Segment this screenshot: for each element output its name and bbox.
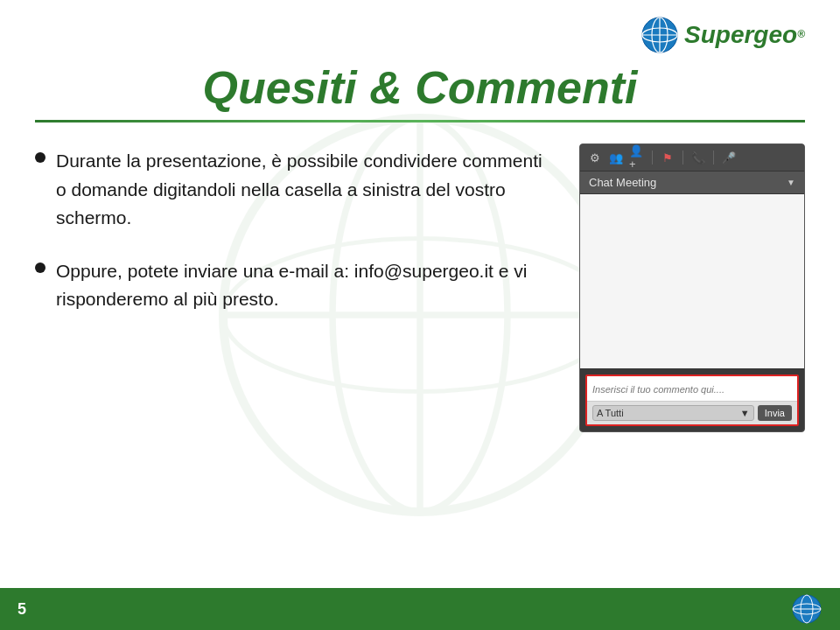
- footer-logo: [791, 593, 822, 625]
- footer-globe-icon: [791, 593, 822, 625]
- recipient-label: A Tutti: [597, 408, 624, 418]
- logo-area: Supergeo®: [640, 16, 805, 54]
- people-icon[interactable]: 👥: [608, 150, 624, 165]
- send-button[interactable]: Invia: [758, 405, 792, 421]
- logo-globe-icon: [640, 16, 679, 54]
- logo-name: Supergeo: [684, 21, 797, 48]
- gear-icon[interactable]: ⚙: [587, 150, 603, 165]
- bullet-item-1: Durante la presentazione, è possibile co…: [35, 147, 553, 233]
- chat-messages-area: [580, 194, 804, 369]
- recipient-dropdown-icon: ▼: [740, 408, 750, 418]
- chat-input-highlight: A Tutti ▼ Invia: [585, 374, 799, 426]
- toolbar-divider-2: [682, 150, 683, 164]
- chat-toolbar: ⚙ 👥 👤+ ⚑ 📞 🎤: [580, 144, 804, 172]
- mic-icon[interactable]: 🎤: [721, 150, 737, 165]
- chat-header: Chat Meeting ▼: [580, 172, 804, 194]
- page-title: Quesiti & Commenti: [35, 63, 805, 113]
- bullet-item-2: Oppure, potete inviare una e-mail a: inf…: [35, 257, 553, 314]
- chat-send-row: A Tutti ▼ Invia: [587, 402, 797, 424]
- chat-panel: ⚙ 👥 👤+ ⚑ 📞 🎤 Chat Meeting ▼: [579, 144, 805, 432]
- toolbar-divider: [652, 150, 653, 164]
- comment-input[interactable]: [592, 384, 792, 395]
- chat-widget: ⚙ 👥 👤+ ⚑ 📞 🎤 Chat Meeting ▼: [579, 144, 805, 432]
- flag-icon[interactable]: ⚑: [660, 150, 676, 165]
- page-number: 5: [18, 600, 26, 619]
- footer: 5: [0, 588, 840, 630]
- chat-dropdown-arrow-icon[interactable]: ▼: [787, 178, 795, 187]
- title-section: Quesiti & Commenti: [0, 54, 840, 113]
- bullet-dot-2: [35, 262, 46, 273]
- bullet-text-1: Durante la presentazione, è possibile co…: [56, 147, 553, 233]
- text-area: Durante la presentazione, è possibile co…: [35, 144, 553, 432]
- chat-title: Chat Meeting: [589, 176, 656, 189]
- toolbar-divider-3: [713, 150, 714, 164]
- bullet-dot-1: [35, 152, 46, 163]
- phone-icon[interactable]: 📞: [690, 150, 706, 165]
- header: Supergeo®: [0, 0, 840, 54]
- person-add-icon[interactable]: 👤+: [629, 150, 645, 165]
- main-content: Durante la presentazione, è possibile co…: [0, 122, 840, 441]
- logo-reg: ®: [797, 28, 805, 40]
- chat-input-area: [587, 376, 797, 402]
- logo-text-container: Supergeo®: [684, 21, 805, 49]
- recipient-select[interactable]: A Tutti ▼: [592, 405, 754, 421]
- bullet-text-2: Oppure, potete inviare una e-mail a: inf…: [56, 257, 553, 314]
